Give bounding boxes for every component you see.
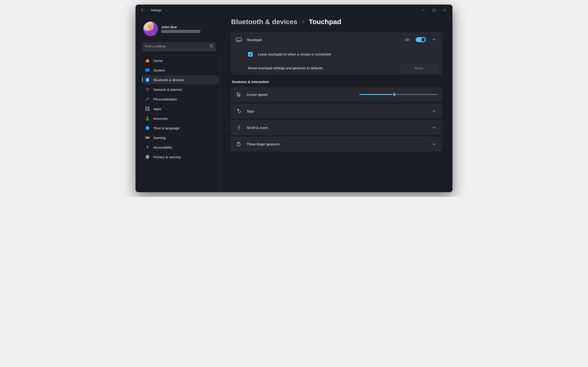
- nav-item-home[interactable]: Home: [142, 56, 219, 65]
- leave-on-label: Leave touchpad on when a mouse is connec…: [258, 52, 437, 56]
- cursor-speed-slider[interactable]: [359, 94, 437, 95]
- chevron-down-icon: [432, 126, 436, 129]
- maximize-icon: [433, 9, 435, 11]
- nav-label: Accounts: [153, 117, 168, 120]
- touchpad-label: Touchpad: [247, 38, 400, 42]
- three-finger-label: Three-finger gestures: [247, 142, 426, 146]
- settings-window: Settings John Doe: [136, 5, 452, 192]
- svg-line-5: [212, 47, 213, 48]
- touchpad-icon: [236, 37, 242, 42]
- collapse-button[interactable]: [431, 36, 437, 43]
- chevron-up-icon: [432, 38, 436, 41]
- nav-label: Privacy & security: [153, 155, 181, 159]
- expand-button[interactable]: [431, 108, 437, 114]
- svg-point-22: [238, 110, 239, 110]
- nav: Home System Bluetooth & devices Network …: [142, 56, 220, 192]
- three-finger-icon: [236, 141, 242, 147]
- sidebar: John Doe Home System: [136, 16, 223, 192]
- check-icon: [249, 53, 252, 56]
- reset-row: Reset touchpad settings and gestures to …: [231, 61, 442, 75]
- close-icon: [443, 9, 446, 11]
- reset-label: Reset touchpad settings and gestures to …: [248, 66, 396, 70]
- svg-point-23: [239, 127, 239, 128]
- expand-button[interactable]: [431, 141, 437, 147]
- nav-item-accounts[interactable]: Accounts: [142, 114, 219, 123]
- brush-icon: [145, 97, 150, 101]
- scroll-zoom-label: Scroll & zoom: [247, 126, 426, 130]
- nav-label: Gaming: [153, 136, 166, 140]
- leave-on-row: Leave touchpad on when a mouse is connec…: [231, 47, 442, 61]
- accessibility-icon: [145, 145, 150, 150]
- touchpad-row[interactable]: Touchpad On: [231, 32, 442, 47]
- breadcrumb-current: Touchpad: [309, 18, 341, 26]
- minimize-icon: [422, 9, 425, 11]
- nav-label: Personalization: [153, 97, 177, 101]
- search-wrap: [142, 42, 220, 50]
- scroll-zoom-card[interactable]: Scroll & zoom: [231, 120, 442, 135]
- cursor-speed-row: Cursor speed: [231, 87, 442, 102]
- profile-name: John Doe: [161, 25, 200, 29]
- svg-rect-15: [145, 136, 150, 139]
- svg-rect-11: [145, 109, 147, 111]
- expand-button[interactable]: [431, 124, 437, 131]
- back-button[interactable]: [138, 6, 147, 14]
- cursor-speed-card: Cursor speed: [231, 87, 442, 102]
- chevron-right-icon: [301, 19, 304, 25]
- breadcrumb-parent[interactable]: Bluetooth & devices: [231, 18, 297, 26]
- shield-icon: [145, 155, 150, 159]
- touchpad-card: Touchpad On Leave touchpad on when a mou…: [231, 32, 442, 75]
- chevron-down-icon: [432, 109, 436, 113]
- nav-label: Home: [153, 59, 163, 63]
- tap-icon: [236, 108, 242, 114]
- svg-point-4: [210, 45, 212, 47]
- arrow-left-icon: [141, 8, 144, 12]
- close-button[interactable]: [439, 6, 450, 14]
- reset-button[interactable]: Reset: [401, 64, 437, 72]
- nav-item-privacy[interactable]: Privacy & security: [142, 152, 219, 161]
- svg-point-16: [146, 137, 147, 138]
- cursor-icon: [236, 92, 242, 97]
- taps-card[interactable]: Taps: [231, 103, 442, 119]
- nav-item-time-language[interactable]: Time & language: [142, 123, 219, 133]
- apps-icon: [145, 106, 150, 111]
- leave-on-checkbox[interactable]: [248, 52, 253, 57]
- nav-item-gaming[interactable]: Gaming: [142, 133, 219, 142]
- touchpad-toggle[interactable]: [416, 37, 426, 42]
- svg-rect-6: [145, 69, 149, 72]
- svg-point-18: [147, 145, 148, 146]
- chevron-down-icon: [432, 142, 436, 146]
- minimize-button[interactable]: [418, 6, 429, 14]
- system-icon: [145, 68, 150, 73]
- bluetooth-icon: [145, 77, 150, 82]
- main-content: Bluetooth & devices Touchpad Touchpad On: [223, 16, 452, 192]
- nav-item-bluetooth-devices[interactable]: Bluetooth & devices: [142, 75, 219, 84]
- nav-item-apps[interactable]: Apps: [142, 104, 219, 113]
- gaming-icon: [145, 135, 150, 140]
- taps-label: Taps: [247, 109, 426, 113]
- window-controls: [418, 6, 450, 14]
- three-finger-card[interactable]: Three-finger gestures: [231, 136, 442, 152]
- nav-label: Network & internet: [153, 88, 182, 92]
- window-title: Settings: [151, 8, 162, 12]
- search-icon: [209, 44, 213, 49]
- search-input[interactable]: [142, 42, 216, 50]
- svg-rect-12: [148, 109, 149, 111]
- nav-label: System: [153, 68, 165, 72]
- nav-item-accessibility[interactable]: Accessibility: [142, 143, 219, 152]
- nav-label: Accessibility: [153, 145, 172, 149]
- nav-item-personalization[interactable]: Personalization: [142, 94, 219, 104]
- clock-icon: [145, 126, 150, 130]
- titlebar: Settings: [136, 5, 452, 16]
- nav-label: Apps: [153, 107, 161, 111]
- avatar: [143, 22, 158, 36]
- svg-rect-10: [148, 107, 149, 108]
- nav-item-network[interactable]: Network & internet: [142, 85, 219, 94]
- profile-block[interactable]: John Doe: [142, 20, 220, 38]
- maximize-button[interactable]: [429, 6, 439, 14]
- nav-item-system[interactable]: System: [142, 66, 219, 75]
- wifi-icon: [145, 87, 150, 92]
- touchpad-state: On: [405, 38, 409, 42]
- scroll-icon: [236, 125, 242, 130]
- nav-label: Bluetooth & devices: [153, 78, 184, 82]
- svg-point-17: [148, 137, 149, 138]
